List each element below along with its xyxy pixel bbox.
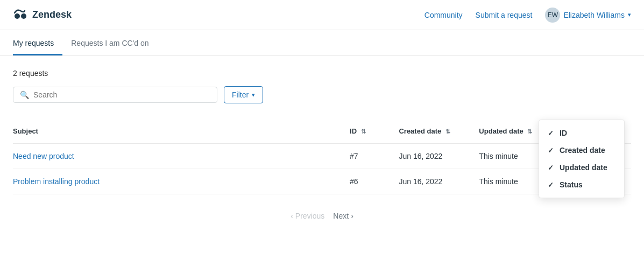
search-input[interactable] bbox=[33, 90, 210, 99]
dropdown-item-id[interactable]: ✓ ID bbox=[539, 124, 624, 142]
dropdown-item-status[interactable]: ✓ Status bbox=[539, 176, 624, 193]
user-name: Elizabeth Williams bbox=[563, 11, 625, 19]
next-chevron-icon: › bbox=[351, 212, 353, 220]
header: Zendesk Community Submit a request EW El… bbox=[0, 0, 644, 30]
requests-count: 2 requests bbox=[13, 69, 631, 78]
user-menu[interactable]: EW Elizabeth Williams ▾ bbox=[545, 8, 631, 23]
community-link[interactable]: Community bbox=[424, 11, 463, 19]
next-label: Next bbox=[333, 212, 349, 220]
filter-button[interactable]: Filter ▾ bbox=[224, 86, 263, 103]
filter-chevron-icon: ▾ bbox=[252, 92, 255, 99]
header-nav: Community Submit a request EW Elizabeth … bbox=[424, 8, 631, 23]
col-header-subject: Subject bbox=[13, 121, 350, 144]
sort-created-icon: ⇅ bbox=[445, 128, 450, 135]
main-content: 2 requests 🔍 Filter ▾ Subject ID ⇅ bbox=[0, 56, 644, 233]
column-options-wrapper: ⋮ ✓ ID ✓ Created date bbox=[608, 125, 625, 137]
filter-label: Filter bbox=[232, 90, 249, 99]
dropdown-item-updated-label: Updated date bbox=[560, 163, 607, 172]
dropdown-item-id-label: ID bbox=[560, 129, 567, 137]
sort-id-icon: ⇅ bbox=[361, 128, 366, 135]
col-header-menu: ⋮ ✓ ID ✓ Created date bbox=[608, 121, 631, 144]
avatar-initials: EW bbox=[548, 11, 558, 19]
search-icon: 🔍 bbox=[20, 90, 29, 99]
brand-area: Zendesk bbox=[13, 6, 72, 23]
col-header-id[interactable]: ID ⇅ bbox=[350, 121, 399, 144]
user-menu-chevron-icon: ▾ bbox=[628, 11, 631, 18]
next-button[interactable]: Next › bbox=[333, 212, 353, 220]
row2-subject: Problem installing product bbox=[13, 169, 350, 194]
brand-name: Zendesk bbox=[32, 9, 72, 20]
row2-subject-link[interactable]: Problem installing product bbox=[13, 177, 100, 186]
tab-ccd-on[interactable]: Requests I am CC'd on bbox=[62, 30, 157, 55]
check-id-icon: ✓ bbox=[548, 129, 555, 137]
row2-id: #6 bbox=[350, 169, 399, 194]
check-status-icon: ✓ bbox=[548, 181, 555, 189]
row1-created: Jun 16, 2022 bbox=[399, 144, 479, 169]
dropdown-item-created-label: Created date bbox=[560, 146, 605, 155]
svg-point-1 bbox=[21, 13, 26, 19]
tab-my-requests[interactable]: My requests bbox=[13, 30, 62, 55]
submit-request-link[interactable]: Submit a request bbox=[476, 11, 533, 19]
sort-updated-icon: ⇅ bbox=[527, 128, 532, 135]
previous-label: Previous bbox=[295, 212, 324, 220]
dropdown-item-status-label: Status bbox=[560, 180, 583, 189]
check-updated-icon: ✓ bbox=[548, 164, 555, 172]
tabs-nav: My requests Requests I am CC'd on bbox=[0, 30, 644, 56]
row1-id: #7 bbox=[350, 144, 399, 169]
row1-subject: Need new product bbox=[13, 144, 350, 169]
row1-subject-link[interactable]: Need new product bbox=[13, 152, 74, 160]
search-filter-row: 🔍 Filter ▾ bbox=[13, 86, 631, 103]
check-created-icon: ✓ bbox=[548, 146, 555, 155]
prev-chevron-icon: ‹ bbox=[291, 212, 293, 220]
previous-button[interactable]: ‹ Previous bbox=[291, 212, 324, 220]
search-box: 🔍 bbox=[13, 87, 217, 103]
svg-point-0 bbox=[15, 13, 20, 19]
col-header-created[interactable]: Created date ⇅ bbox=[399, 121, 479, 144]
requests-table: Subject ID ⇅ Created date ⇅ Updated date… bbox=[13, 121, 631, 194]
pagination: ‹ Previous Next › bbox=[13, 212, 631, 220]
zendesk-logo-icon bbox=[13, 6, 28, 23]
row2-created: Jun 16, 2022 bbox=[399, 169, 479, 194]
avatar: EW bbox=[545, 8, 560, 23]
table-header-row: Subject ID ⇅ Created date ⇅ Updated date… bbox=[13, 121, 631, 144]
dropdown-item-updated-date[interactable]: ✓ Updated date bbox=[539, 159, 624, 176]
column-options-dropdown: ✓ ID ✓ Created date ✓ Updated date bbox=[539, 120, 625, 198]
dropdown-item-created-date[interactable]: ✓ Created date bbox=[539, 142, 624, 159]
